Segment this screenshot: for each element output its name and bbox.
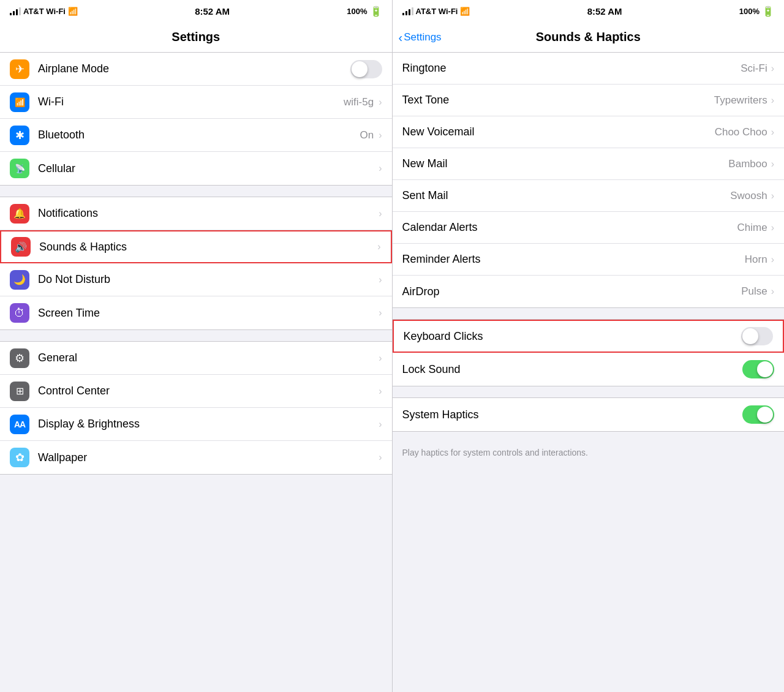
airplane-mode-icon: ✈ [10,59,29,79]
keyboard-clicks-row[interactable]: Keyboard Clicks [393,320,785,353]
lock-sound-toggle[interactable] [742,360,774,378]
left-nav-header: Settings [0,22,392,53]
haptics-footer: Play haptics for system controls and int… [393,443,785,467]
airplane-mode-toggle[interactable] [350,60,382,78]
airdrop-label: AirDrop [402,285,742,298]
keyboard-clicks-toggle[interactable] [741,327,773,345]
do-not-disturb-chevron-icon: › [379,274,382,285]
wifi-chevron-icon: › [379,97,382,108]
sounds-haptics-icon-box: 🔊 [11,237,31,257]
airplane-mode-row[interactable]: ✈ Airplane Mode [0,53,392,86]
wallpaper-chevron-icon: › [379,452,382,463]
back-chevron-icon: ‹ [399,31,403,43]
control-center-chevron-icon: › [379,386,382,397]
system-haptics-row[interactable]: System Haptics [393,398,785,431]
right-time: 8:52 AM [587,6,622,17]
airplane-mode-label: Airplane Mode [38,62,350,75]
left-settings-content: ✈ Airplane Mode 📶 Wi-Fi wifi-5g › ✱ Blue… [0,53,392,692]
bluetooth-chevron-icon: › [379,130,382,141]
wallpaper-icon-box: ✿ [10,448,29,467]
new-mail-label: New Mail [402,157,729,170]
bluetooth-icon-box: ✱ [10,126,29,145]
right-status-left: AT&T Wi-Fi 📶 [402,7,470,16]
sent-mail-row[interactable]: Sent Mail Swoosh › [393,180,785,212]
cellular-row[interactable]: 📡 Cellular › [0,152,392,185]
system-haptics-toggle-thumb [757,407,773,423]
wifi-row[interactable]: 📶 Wi-Fi wifi-5g › [0,86,392,119]
reminder-alerts-value: Horn [745,254,767,266]
left-status-right: 100% 🔋 [347,6,382,17]
left-time: 8:52 AM [195,6,230,17]
lock-sound-row[interactable]: Lock Sound [393,353,785,386]
calendar-alerts-label: Calendar Alerts [402,221,737,234]
cellular-chevron-icon: › [379,163,382,174]
sent-mail-value: Swoosh [730,190,767,202]
reminder-alerts-label: Reminder Alerts [402,253,745,266]
right-wifi-icon: 📶 [460,7,470,16]
reminder-alerts-row[interactable]: Reminder Alerts Horn › [393,244,785,276]
general-row[interactable]: ⚙ General › [0,342,392,375]
ringtone-row[interactable]: Ringtone Sci-Fi › [393,53,785,85]
control-center-row[interactable]: ⊞ Control Center › [0,375,392,408]
notifications-chevron-icon: › [379,208,382,219]
bluetooth-value: On [360,129,374,141]
general-icon-box: ⚙ [10,348,29,368]
screen-time-icon-box: ⏱ [10,303,29,323]
airdrop-row[interactable]: AirDrop Pulse › [393,276,785,307]
left-status-bar: AT&T Wi-Fi 📶 8:52 AM 100% 🔋 [0,0,392,22]
network-group: ✈ Airplane Mode 📶 Wi-Fi wifi-5g › ✱ Blue… [0,53,392,186]
left-carrier: AT&T Wi-Fi [23,7,66,16]
wifi-icon: 📶 [68,7,78,16]
right-panel: AT&T Wi-Fi 📶 8:52 AM 100% 🔋 ‹ Settings S… [393,0,785,692]
display-brightness-label: Display & Brightness [38,418,377,431]
preferences-group: ⚙ General › ⊞ Control Center › AA Displa… [0,341,392,475]
right-carrier: AT&T Wi-Fi [416,7,458,16]
display-brightness-row[interactable]: AA Display & Brightness › [0,408,392,441]
display-brightness-icon-box: AA [10,415,29,434]
sent-mail-chevron-icon: › [771,190,774,201]
airdrop-value: Pulse [741,285,767,298]
bluetooth-label: Bluetooth [38,129,360,141]
screen-time-label: Screen Time [38,307,377,320]
lock-sound-toggle-thumb [757,361,773,377]
new-mail-row[interactable]: New Mail Bamboo › [393,148,785,180]
new-voicemail-chevron-icon: › [771,127,774,138]
back-button[interactable]: ‹ Settings [399,31,442,43]
wifi-label: Wi-Fi [38,96,344,108]
system-haptics-label: System Haptics [402,408,743,421]
do-not-disturb-row[interactable]: 🌙 Do Not Disturb › [0,263,392,296]
right-battery-icon: 🔋 [762,6,774,17]
wallpaper-label: Wallpaper [38,451,377,464]
display-brightness-chevron-icon: › [379,419,382,430]
wifi-icon-box: 📶 [10,92,29,112]
sent-mail-label: Sent Mail [402,189,731,202]
toggle-thumb [352,61,368,77]
ringtone-value: Sci-Fi [741,62,767,75]
lock-sound-label: Lock Sound [402,363,743,376]
new-voicemail-label: New Voicemail [402,126,715,138]
sound-tones-group: Ringtone Sci-Fi › Text Tone Typewriters … [393,53,785,308]
screen-time-row[interactable]: ⏱ Screen Time › [0,296,392,329]
control-center-icon-box: ⊞ [10,382,29,401]
keyboard-clicks-label: Keyboard Clicks [404,330,742,343]
wifi-value: wifi-5g [344,96,374,108]
right-signal-icon [402,7,413,15]
calendar-alerts-row[interactable]: Calendar Alerts Chime › [393,212,785,244]
system-haptics-toggle[interactable] [742,405,774,424]
left-panel: AT&T Wi-Fi 📶 8:52 AM 100% 🔋 Settings ✈ A… [0,0,392,692]
right-battery-pct: 100% [739,7,760,16]
keyboard-lock-group: Keyboard Clicks Lock Sound [393,319,785,386]
new-voicemail-row[interactable]: New Voicemail Choo Choo › [393,116,785,148]
left-battery-pct: 100% [347,7,367,16]
sounds-haptics-row[interactable]: 🔊 Sounds & Haptics › [0,230,392,263]
bluetooth-row[interactable]: ✱ Bluetooth On › [0,119,392,152]
notifications-label: Notifications [38,207,377,220]
wallpaper-row[interactable]: ✿ Wallpaper › [0,441,392,474]
text-tone-row[interactable]: Text Tone Typewriters › [393,85,785,116]
right-nav-header: ‹ Settings Sounds & Haptics [393,22,785,53]
notifications-icon-box: 🔔 [10,204,29,224]
new-mail-value: Bamboo [728,158,767,170]
notifications-row[interactable]: 🔔 Notifications › [0,197,392,230]
general-chevron-icon: › [379,353,382,364]
left-page-title: Settings [172,30,220,44]
